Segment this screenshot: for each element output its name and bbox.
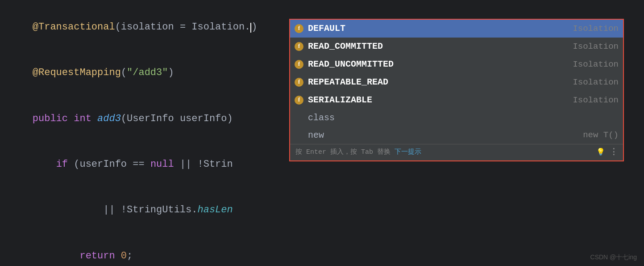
item-type-serializable: Isolation <box>573 93 619 107</box>
dropdown-item-read-committed[interactable]: f READ_COMMITTED Isolation <box>290 38 623 55</box>
item-type-read-uncommitted: Isolation <box>573 58 619 71</box>
footer-hint-text: 按 Enter 插入，按 Tab 替换 下一提示 <box>295 147 593 157</box>
item-type-default: Isolation <box>573 22 619 35</box>
plain-item-new-name: new <box>308 128 583 142</box>
field-icon-repeatable-read: f <box>295 78 303 87</box>
item-name-read-committed: READ_COMMITTED <box>308 39 573 54</box>
more-options-icon[interactable]: ⋮ <box>610 146 618 159</box>
item-name-default: DEFAULT <box>308 21 573 36</box>
footer-icons: 💡 ⋮ <box>596 146 618 159</box>
item-name-read-uncommitted: READ_UNCOMMITTED <box>308 57 573 72</box>
watermark: CSDN @十七ing <box>590 253 637 262</box>
dropdown-footer: 按 Enter 插入，按 Tab 替换 下一提示 💡 ⋮ <box>290 144 623 160</box>
dropdown-item-serializable[interactable]: f SERIALIZABLE Isolation <box>290 91 623 109</box>
dropdown-item-read-uncommitted[interactable]: f READ_UNCOMMITTED Isolation <box>290 55 623 73</box>
bulb-icon[interactable]: 💡 <box>596 147 605 158</box>
code-line-5: || !StringUtils.hasLen <box>9 187 635 233</box>
plain-item-class-name: class <box>308 111 619 125</box>
footer-hint-label: 按 Enter 插入，按 Tab 替换 <box>295 148 395 156</box>
field-icon-read-committed: f <box>295 42 303 51</box>
item-type-read-committed: Isolation <box>573 40 619 53</box>
dropdown-item-class[interactable]: class <box>290 109 623 127</box>
dropdown-item-new[interactable]: new new T() <box>290 127 623 144</box>
item-name-serializable: SERIALIZABLE <box>308 93 573 107</box>
plain-item-new-type: new T() <box>583 129 619 142</box>
autocomplete-dropdown[interactable]: f DEFAULT Isolation f READ_COMMITTED Iso… <box>289 19 624 161</box>
field-icon-serializable: f <box>295 96 303 105</box>
field-icon-default: f <box>295 24 303 33</box>
dropdown-item-default[interactable]: f DEFAULT Isolation <box>290 20 623 38</box>
item-name-repeatable-read: REPEATABLE_READ <box>308 75 573 89</box>
footer-hint-link[interactable]: 下一提示 <box>395 148 421 156</box>
item-type-repeatable-read: Isolation <box>573 76 619 89</box>
dropdown-item-repeatable-read[interactable]: f REPEATABLE_READ Isolation <box>290 73 623 91</box>
field-icon-read-uncommitted: f <box>295 60 303 69</box>
code-line-6: return 0; <box>9 233 635 266</box>
